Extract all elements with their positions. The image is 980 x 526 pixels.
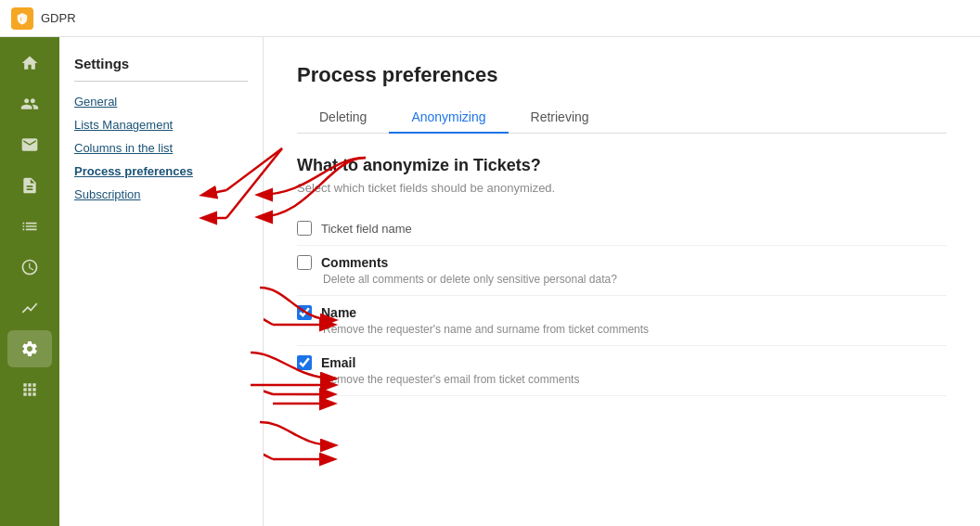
sidebar-divider [74, 81, 248, 82]
svg-text:!: ! [19, 15, 21, 21]
reports-icon[interactable] [7, 208, 52, 245]
name-checkbox[interactable] [297, 305, 312, 320]
sidebar-item-general[interactable]: General [74, 93, 248, 110]
header-checkbox[interactable] [297, 221, 312, 236]
comments-label: Comments [321, 255, 388, 270]
name-label: Name [321, 305, 356, 320]
tab-anonymizing[interactable]: Anonymizing [389, 102, 508, 134]
email-label: Email [321, 355, 355, 370]
section-heading: What to anonymize in Tickets? [297, 156, 947, 175]
sidebar-item-process-preferences[interactable]: Process preferences [74, 162, 248, 180]
header-label: Ticket field name [321, 222, 412, 236]
analytics-icon[interactable] [7, 289, 52, 327]
tickets-icon[interactable] [7, 126, 52, 163]
name-item: Name Remove the requester's name and sur… [297, 296, 947, 346]
page-title: Process preferences [297, 63, 947, 87]
tab-retrieving[interactable]: Retrieving [509, 102, 612, 134]
comments-checkbox[interactable] [297, 255, 312, 270]
app-title: GDPR [41, 11, 76, 25]
home-icon[interactable] [7, 45, 52, 82]
users-icon[interactable] [7, 85, 52, 122]
sidebar-title: Settings [74, 56, 248, 71]
main-layout: Settings General Lists Management Column… [0, 37, 980, 526]
grid-icon[interactable] [7, 371, 52, 408]
topbar: ! GDPR [0, 0, 980, 37]
comments-desc: Delete all comments or delete only sensi… [323, 273, 947, 286]
nav-rail [0, 37, 59, 526]
tab-deleting[interactable]: Deleting [297, 102, 389, 134]
sidebar-item-lists-management[interactable]: Lists Management [74, 116, 248, 134]
email-checkbox[interactable] [297, 355, 312, 370]
sidebar-item-columns-in-the-list[interactable]: Columns in the list [74, 139, 248, 157]
document-icon[interactable] [7, 167, 52, 204]
header-row: Ticket field name [297, 212, 947, 246]
main-content: Process preferences Deleting Anonymizing… [264, 37, 980, 526]
name-desc: Remove the requester's name and surname … [323, 323, 947, 336]
sidebar-item-subscription[interactable]: Subscription [74, 186, 248, 203]
email-item: Email Remove the requester's email from … [297, 346, 947, 396]
email-desc: Remove the requester's email from ticket… [323, 373, 947, 386]
app-logo: ! [11, 7, 33, 30]
section-desc: Select which ticket fields should be ano… [297, 181, 947, 195]
clock-icon[interactable] [7, 249, 52, 286]
settings-icon[interactable] [7, 330, 52, 367]
sidebar-nav: General Lists Management Columns in the … [74, 93, 248, 203]
tabs-bar: Deleting Anonymizing Retrieving [297, 102, 947, 134]
comments-item: Comments Delete all comments or delete o… [297, 246, 947, 296]
sidebar: Settings General Lists Management Column… [59, 37, 264, 526]
